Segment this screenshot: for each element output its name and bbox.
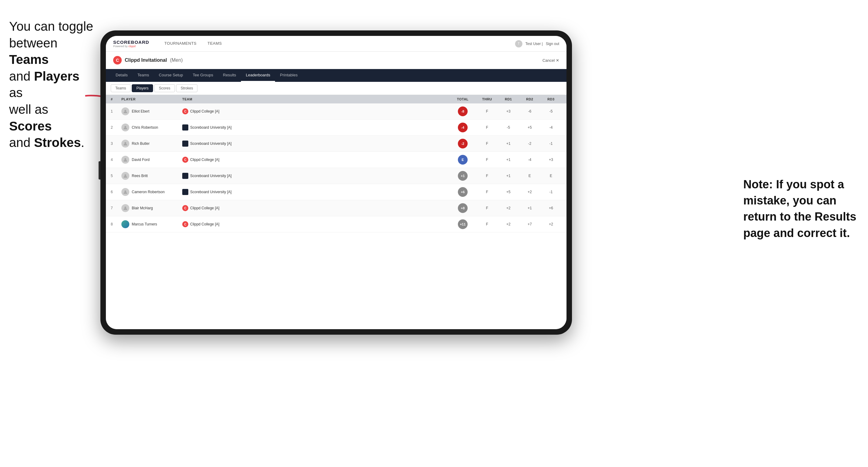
team-cell: Scoreboard University [A] xyxy=(182,124,449,130)
team-logo: C xyxy=(182,205,188,211)
brand-name: clippd xyxy=(128,45,136,48)
rank-cell: 2 xyxy=(111,125,121,130)
subtab-scores[interactable]: Scores xyxy=(154,84,175,92)
subtab-strokes[interactable]: Strokes xyxy=(176,84,198,92)
col-rd1: RD1 xyxy=(498,97,519,101)
team-name: Clippd College [A] xyxy=(190,109,219,114)
player-avatar xyxy=(121,220,129,228)
player-avatar xyxy=(121,107,129,115)
annotation-line2: between Teams xyxy=(9,36,58,67)
navbar-right: T Test User | Sign out xyxy=(515,40,559,48)
annotation-line3: and Players as xyxy=(9,69,80,100)
app-logo-title: SCOREBOARD xyxy=(113,39,149,45)
sign-out-link[interactable]: Sign out xyxy=(546,42,559,46)
rd1-cell: +1 xyxy=(498,174,519,178)
player-avatar xyxy=(121,172,129,180)
player-cell: Marcus Turners xyxy=(121,220,182,228)
leaderboard-table: # PLAYER TEAM TOTAL THRU RD1 RD2 RD3 1 E… xyxy=(106,95,566,329)
team-cell: C Clippd College [A] xyxy=(182,157,449,163)
tablet-frame: SCOREBOARD Powered by clippd TOURNAMENTS… xyxy=(100,30,572,335)
rd3-cell: -1 xyxy=(540,190,562,194)
col-total: TOTAL xyxy=(449,97,476,101)
app-logo: SCOREBOARD Powered by clippd xyxy=(113,39,149,48)
rd3-cell: E xyxy=(540,174,562,178)
rd1-cell: -5 xyxy=(498,125,519,130)
team-logo xyxy=(182,124,188,130)
rank-cell: 6 xyxy=(111,190,121,194)
teams-bold: Teams xyxy=(9,52,49,67)
annotation-line5: and Strokes. xyxy=(9,135,85,150)
table-row[interactable]: 5 Rees Britt Scoreboard University [A] +… xyxy=(106,168,566,184)
tab-tee-groups[interactable]: Tee Groups xyxy=(188,69,218,82)
rank-cell: 5 xyxy=(111,174,121,178)
col-team: TEAM xyxy=(182,97,449,101)
tournament-title: C Clippd Invitational (Men) xyxy=(113,56,183,64)
score-badge: +6 xyxy=(458,187,468,197)
total-cell: -8 xyxy=(449,106,476,116)
col-player: PLAYER xyxy=(121,97,182,101)
score-badge: +8 xyxy=(458,203,468,213)
player-avatar xyxy=(121,204,129,212)
total-cell: +11 xyxy=(449,219,476,229)
rd2-cell: -6 xyxy=(519,109,540,114)
col-rd3: RD3 xyxy=(540,97,562,101)
table-row[interactable]: 7 Blair McHarg C Clippd College [A] +8 F… xyxy=(106,200,566,216)
player-avatar xyxy=(121,156,129,164)
team-logo xyxy=(182,141,188,147)
rank-cell: 3 xyxy=(111,142,121,146)
user-avatar: T xyxy=(515,40,522,48)
total-cell: -2 xyxy=(449,139,476,149)
player-name: Marcus Turners xyxy=(132,222,157,226)
rd1-cell: +2 xyxy=(498,206,519,210)
table-row[interactable]: 6 Cameron Robertson Scoreboard Universit… xyxy=(106,184,566,200)
total-cell: +6 xyxy=(449,187,476,197)
tournament-logo: C xyxy=(113,56,122,64)
subtab-teams[interactable]: Teams xyxy=(111,84,130,92)
nav-tournaments[interactable]: TOURNAMENTS xyxy=(159,36,202,52)
subtab-players[interactable]: Players xyxy=(132,84,153,92)
left-annotation: You can toggle between Teams and Players… xyxy=(9,18,94,151)
tab-results[interactable]: Results xyxy=(218,69,241,82)
thru-cell: F xyxy=(476,174,498,178)
table-row[interactable]: 4 David Ford C Clippd College [A] E F +1… xyxy=(106,152,566,168)
rd1-cell: +2 xyxy=(498,222,519,226)
player-name: Blair McHarg xyxy=(132,206,153,210)
player-cell: Elliot Ebert xyxy=(121,107,182,115)
tab-details[interactable]: Details xyxy=(111,69,133,82)
team-name: Clippd College [A] xyxy=(190,158,219,162)
score-badge: -4 xyxy=(458,123,468,132)
nav-teams[interactable]: TEAMS xyxy=(202,36,227,52)
tab-course-setup[interactable]: Course Setup xyxy=(154,69,188,82)
rd1-cell: +1 xyxy=(498,158,519,162)
player-name: Elliot Ebert xyxy=(132,109,149,114)
tab-teams[interactable]: Teams xyxy=(133,69,154,82)
annotation-line1: You can toggle xyxy=(9,19,93,33)
total-cell: E xyxy=(449,155,476,164)
rd2-cell: +5 xyxy=(519,125,540,130)
rd3-cell: +3 xyxy=(540,158,562,162)
team-cell: C Clippd College [A] xyxy=(182,221,449,227)
score-badge: -8 xyxy=(458,106,468,116)
score-badge: +1 xyxy=(458,171,468,181)
player-avatar xyxy=(121,124,129,131)
team-cell: C Clippd College [A] xyxy=(182,108,449,115)
table-row[interactable]: 2 Chris Robertson Scoreboard University … xyxy=(106,120,566,136)
rd2-cell: +2 xyxy=(519,190,540,194)
team-name: Clippd College [A] xyxy=(190,222,219,226)
tab-leaderboards[interactable]: Leaderboards xyxy=(241,69,275,82)
rank-cell: 7 xyxy=(111,206,121,210)
col-thru: THRU xyxy=(476,97,498,101)
scores-bold: Scores xyxy=(9,119,52,133)
col-rank: # xyxy=(111,97,121,101)
table-row[interactable]: 8 Marcus Turners C Clippd College [A] +1… xyxy=(106,216,566,232)
rd1-cell: +5 xyxy=(498,190,519,194)
rd1-cell: +3 xyxy=(498,109,519,114)
table-row[interactable]: 3 Rich Butler Scoreboard University [A] … xyxy=(106,136,566,152)
thru-cell: F xyxy=(476,158,498,162)
team-name: Scoreboard University [A] xyxy=(190,174,231,178)
player-name: Rich Butler xyxy=(132,142,150,146)
tab-printables[interactable]: Printables xyxy=(275,69,302,82)
score-badge: +11 xyxy=(458,219,468,229)
cancel-button[interactable]: Cancel ✕ xyxy=(542,58,559,63)
table-row[interactable]: 1 Elliot Ebert C Clippd College [A] -8 F… xyxy=(106,103,566,120)
